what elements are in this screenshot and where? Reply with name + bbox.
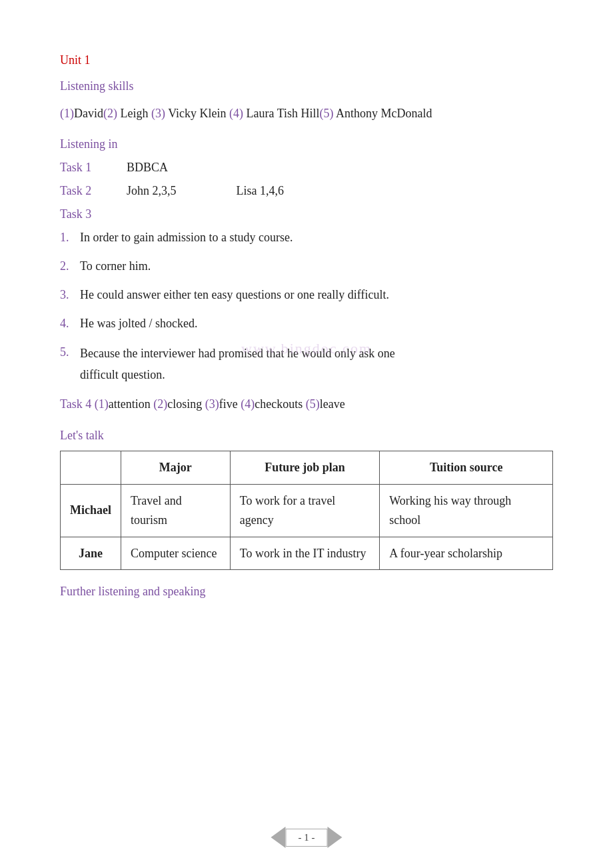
item-2-text: To corner him. [80, 257, 553, 276]
michael-job: To work for a travel agency [230, 484, 380, 537]
task2-line: Task 2 John 2,3,5 Lisa 1,4,6 [60, 184, 553, 198]
footer-page-box: - 1 - [286, 829, 328, 847]
task4-line: Task 4 (1)attention (2)closing (3)five (… [60, 395, 553, 414]
numbered-item-2: 2. To corner him. [60, 257, 553, 276]
task4-item-1: attention [109, 397, 153, 411]
name-num-1: (1) [60, 107, 74, 120]
item-5-text-part2: difficult question. [60, 364, 165, 385]
task3-heading: Task 3 [60, 207, 553, 221]
task1-answer: BDBCA [127, 161, 168, 175]
unit-heading: Unit 1 [60, 53, 553, 67]
listening-skills-heading: Listening skills [60, 79, 553, 93]
item-4-text: He was jolted / shocked. [80, 314, 553, 333]
table-header-name [61, 451, 121, 485]
task4-label: Task 4 [60, 397, 91, 411]
task4-item-3: five [219, 397, 241, 411]
numbered-item-3: 3. He could answer either ten easy quest… [60, 285, 553, 305]
task1-line: Task 1 BDBCA [60, 161, 553, 175]
task4-num-2: (2) [153, 397, 167, 411]
name-3: Vicky Klein [165, 107, 229, 120]
footer-arrow-left [271, 827, 286, 848]
name-num-2: (2) [103, 107, 117, 120]
task4-item-2: closing [167, 397, 205, 411]
item-4-num: 4. [60, 314, 80, 333]
table-row-jane: Jane Computer science To work in the IT … [61, 537, 553, 570]
numbered-item-5: 5. Because the interviewer had promised … [60, 343, 553, 386]
michael-name: Michael [61, 484, 121, 537]
task2-label: Task 2 [60, 184, 107, 198]
task4-num-5: (5) [306, 397, 320, 411]
task4-num-1: (1) [95, 397, 109, 411]
jane-tuition: A four-year scholarship [380, 537, 553, 570]
numbered-item-1: 1. In order to gain admission to a study… [60, 228, 553, 247]
footer-arrow-right [328, 827, 342, 848]
further-heading: Further listening and speaking [60, 585, 553, 599]
item-3-text: He could answer either ten easy question… [80, 285, 553, 305]
page-footer: - 1 - [271, 827, 342, 848]
lets-talk-table: Major Future job plan Tuition source Mic… [60, 451, 553, 570]
item-1-num: 1. [60, 228, 80, 247]
task4-num-4: (4) [241, 397, 255, 411]
item-3-num: 3. [60, 285, 80, 305]
item-1-text: In order to gain admission to a study co… [80, 228, 553, 247]
jane-major: Computer science [121, 537, 230, 570]
lets-talk-heading: Let's talk [60, 429, 553, 443]
michael-major: Travel and tourism [121, 484, 230, 537]
table-header-major: Major [121, 451, 230, 485]
name-4: Laura Tish Hill [243, 107, 320, 120]
name-num-3: (3) [151, 107, 165, 120]
name-2: Leigh [117, 107, 151, 120]
task2-answer2: Lisa 1,4,6 [237, 184, 285, 198]
table-header-job: Future job plan [230, 451, 380, 485]
names-line: (1)David(2) Leigh (3) Vicky Klein (4) La… [60, 103, 553, 124]
name-num-4: (4) [229, 107, 243, 120]
item-5-num: 5. [60, 343, 80, 362]
task1-label: Task 1 [60, 161, 107, 175]
michael-tuition: Working his way through school [380, 484, 553, 537]
table-header-tuition: Tuition source [380, 451, 553, 485]
task2-answer1: John 2,3,5 [127, 184, 177, 198]
table-row-michael: Michael Travel and tourism To work for a… [61, 484, 553, 537]
item-5-text-part1: Because the interviewer had promised tha… [80, 343, 395, 364]
name-num-5: (5) [320, 107, 334, 120]
task4-item-5: leave [320, 397, 345, 411]
numbered-item-4: 4. He was jolted / shocked. [60, 314, 553, 333]
name-5: Anthony McDonald [334, 107, 432, 120]
name-1: David [74, 107, 103, 120]
item-2-num: 2. [60, 257, 80, 276]
listening-in-heading: Listening in [60, 137, 553, 151]
jane-name: Jane [61, 537, 121, 570]
jane-job: To work in the IT industry [230, 537, 380, 570]
task4-item-4: checkouts [255, 397, 305, 411]
task4-num-3: (3) [205, 397, 219, 411]
